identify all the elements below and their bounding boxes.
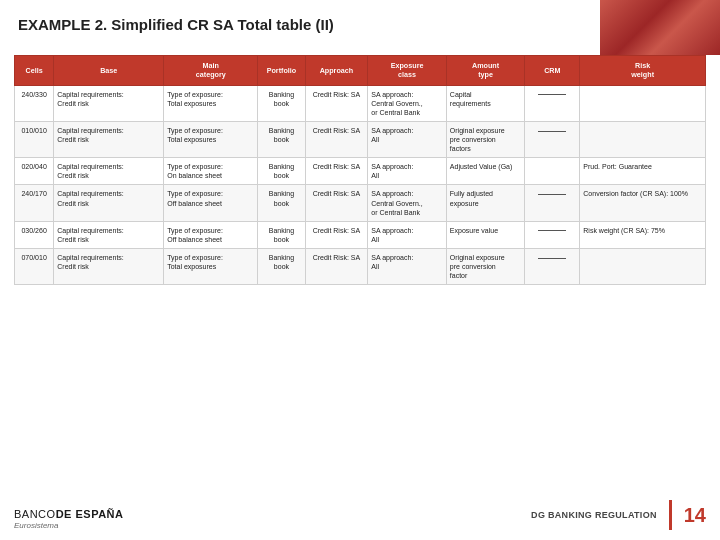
cell-amount_type: Original exposurepre conversionfactors xyxy=(446,122,525,158)
col-header-cells: Cells xyxy=(15,56,54,86)
cell-exposure_class: SA approach:Central Govern.,or Central B… xyxy=(368,185,447,221)
cell-exposure_class: SA approach:Central Govern.,or Central B… xyxy=(368,85,447,121)
cell-exposure_class: SA approach:All xyxy=(368,221,447,248)
cell-cells: 010/010 xyxy=(15,122,54,158)
col-header-approach: Approach xyxy=(305,56,368,86)
col-header-amount: Amounttype xyxy=(446,56,525,86)
cell-exposure_class: SA approach:All xyxy=(368,122,447,158)
table-row: 010/010Capital requirements:Credit riskT… xyxy=(15,122,706,158)
top-decoration xyxy=(600,0,720,55)
cell-main_category: Type of exposure:Total exposures xyxy=(164,85,258,121)
cell-amount_type: Exposure value xyxy=(446,221,525,248)
table-container: Cells Base Maincategory Portfolio Approa… xyxy=(14,55,706,480)
footer-label: DG BANKING REGULATION xyxy=(531,510,657,520)
cell-approach: Credit Risk: SA xyxy=(305,158,368,185)
cell-crm xyxy=(525,248,580,284)
cell-amount_type: Fully adjustedexposure xyxy=(446,185,525,221)
cell-main_category: Type of exposure:Total exposures xyxy=(164,122,258,158)
col-header-exposure: Exposureclass xyxy=(368,56,447,86)
cell-amount_type: Adjusted Value (Ga) xyxy=(446,158,525,185)
cell-base: Capital requirements:Credit risk xyxy=(54,158,164,185)
brand-sub: Eurosistema xyxy=(14,521,58,530)
cell-cells: 240/330 xyxy=(15,85,54,121)
col-header-base: Base xyxy=(54,56,164,86)
cell-crm xyxy=(525,122,580,158)
page-number: 14 xyxy=(684,504,706,527)
cell-amount_type: Original exposurepre conversionfactor xyxy=(446,248,525,284)
cell-approach: Credit Risk: SA xyxy=(305,221,368,248)
footer: BANCODE ESPAÑA Eurosistema DG BANKING RE… xyxy=(14,500,706,530)
main-table: Cells Base Maincategory Portfolio Approa… xyxy=(14,55,706,285)
cell-cells: 240/170 xyxy=(15,185,54,221)
brand-logo: BANCODE ESPAÑA Eurosistema xyxy=(14,508,124,530)
table-header-row: Cells Base Maincategory Portfolio Approa… xyxy=(15,56,706,86)
cell-risk_weight xyxy=(580,248,706,284)
cell-cells: 020/040 xyxy=(15,158,54,185)
cell-main_category: Type of exposure:Off balance sheet xyxy=(164,185,258,221)
cell-risk_weight: Conversion factor (CR SA): 100% xyxy=(580,185,706,221)
cell-main_category: Type of exposure:Total exposures xyxy=(164,248,258,284)
footer-right: DG BANKING REGULATION 14 xyxy=(531,500,706,530)
cell-base: Capital requirements:Credit risk xyxy=(54,248,164,284)
col-header-crm: CRM xyxy=(525,56,580,86)
cell-cells: 070/010 xyxy=(15,248,54,284)
red-bar xyxy=(669,500,672,530)
cell-portfolio: Banking book xyxy=(258,248,305,284)
col-header-portfolio: Portfolio xyxy=(258,56,305,86)
cell-base: Capital requirements:Credit risk xyxy=(54,185,164,221)
cell-portfolio: Banking book xyxy=(258,221,305,248)
cell-risk_weight xyxy=(580,122,706,158)
page: EXAMPLE 2. Simplified CR SA Total table … xyxy=(0,0,720,540)
cell-risk_weight xyxy=(580,85,706,121)
cell-main_category: Type of exposure:Off balance sheet xyxy=(164,221,258,248)
cell-crm xyxy=(525,185,580,221)
cell-approach: Credit Risk: SA xyxy=(305,185,368,221)
table-row: 240/330Capital requirements:Credit riskT… xyxy=(15,85,706,121)
cell-base: Capital requirements:Credit risk xyxy=(54,221,164,248)
brand-name: BANCODE ESPAÑA xyxy=(14,508,124,520)
cell-risk_weight: Prud. Port: Guarantee xyxy=(580,158,706,185)
cell-portfolio: Banking book xyxy=(258,158,305,185)
cell-approach: Credit Risk: SA xyxy=(305,122,368,158)
cell-exposure_class: SA approach:All xyxy=(368,158,447,185)
table-row: 020/040Capital requirements:Credit riskT… xyxy=(15,158,706,185)
cell-portfolio: Banking book xyxy=(258,185,305,221)
col-header-risk: Riskweight xyxy=(580,56,706,86)
table-row: 070/010Capital requirements:Credit riskT… xyxy=(15,248,706,284)
cell-cells: 030/260 xyxy=(15,221,54,248)
cell-base: Capital requirements:Credit risk xyxy=(54,85,164,121)
cell-portfolio: Banking book xyxy=(258,85,305,121)
cell-base: Capital requirements:Credit risk xyxy=(54,122,164,158)
cell-exposure_class: SA approach:All xyxy=(368,248,447,284)
cell-amount_type: Capitalrequirements xyxy=(446,85,525,121)
cell-crm xyxy=(525,158,580,185)
table-row: 030/260Capital requirements:Credit riskT… xyxy=(15,221,706,248)
cell-crm xyxy=(525,85,580,121)
col-header-main: Maincategory xyxy=(164,56,258,86)
table-row: 240/170Capital requirements:Credit riskT… xyxy=(15,185,706,221)
cell-approach: Credit Risk: SA xyxy=(305,248,368,284)
cell-approach: Credit Risk: SA xyxy=(305,85,368,121)
cell-main_category: Type of exposure:On balance sheet xyxy=(164,158,258,185)
cell-risk_weight: Risk weight (CR SA): 75% xyxy=(580,221,706,248)
cell-portfolio: Banking book xyxy=(258,122,305,158)
page-title: EXAMPLE 2. Simplified CR SA Total table … xyxy=(18,16,334,33)
cell-crm xyxy=(525,221,580,248)
